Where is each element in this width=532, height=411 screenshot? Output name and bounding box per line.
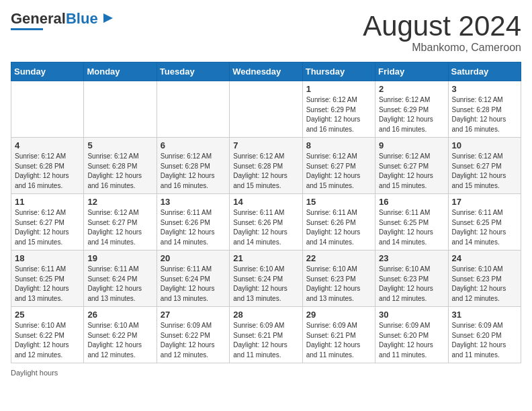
logo-blue: Blue	[66, 10, 98, 27]
day-info: Sunrise: 6:12 AM Sunset: 6:28 PM Dayligh…	[87, 152, 152, 191]
calendar-cell: 21Sunrise: 6:10 AM Sunset: 6:24 PM Dayli…	[230, 250, 302, 307]
calendar-day-header: Monday	[84, 62, 157, 81]
calendar-cell: 26Sunrise: 6:10 AM Sunset: 6:22 PM Dayli…	[84, 307, 157, 363]
day-info: Sunrise: 6:12 AM Sunset: 6:28 PM Dayligh…	[15, 152, 80, 191]
calendar-cell: 6Sunrise: 6:12 AM Sunset: 6:28 PM Daylig…	[157, 138, 229, 194]
calendar-day-header: Sunday	[11, 62, 84, 81]
subtitle: Mbankomo, Cameroon	[363, 42, 521, 54]
day-number: 10	[452, 140, 517, 150]
calendar-table: SundayMondayTuesdayWednesdayThursdayFrid…	[11, 62, 521, 363]
calendar-cell: 8Sunrise: 6:12 AM Sunset: 6:27 PM Daylig…	[302, 138, 375, 194]
day-number: 24	[452, 253, 517, 263]
page-header: GeneralBlue August 2024 Mbankomo, Camero…	[11, 11, 521, 54]
day-info: Sunrise: 6:09 AM Sunset: 6:20 PM Dayligh…	[379, 321, 444, 360]
logo-arrow-icon	[101, 11, 116, 26]
day-info: Sunrise: 6:10 AM Sunset: 6:22 PM Dayligh…	[15, 321, 80, 360]
calendar-cell: 27Sunrise: 6:09 AM Sunset: 6:22 PM Dayli…	[157, 307, 229, 363]
day-info: Sunrise: 6:11 AM Sunset: 6:25 PM Dayligh…	[15, 265, 80, 304]
day-info: Sunrise: 6:12 AM Sunset: 6:27 PM Dayligh…	[87, 208, 152, 247]
day-info: Sunrise: 6:11 AM Sunset: 6:25 PM Dayligh…	[379, 208, 444, 247]
day-number: 2	[379, 84, 444, 94]
calendar-cell: 29Sunrise: 6:09 AM Sunset: 6:21 PM Dayli…	[302, 307, 375, 363]
calendar-cell: 25Sunrise: 6:10 AM Sunset: 6:22 PM Dayli…	[11, 307, 84, 363]
day-number: 11	[15, 197, 80, 207]
calendar-week-row: 4Sunrise: 6:12 AM Sunset: 6:28 PM Daylig…	[11, 138, 521, 194]
day-info: Sunrise: 6:12 AM Sunset: 6:27 PM Dayligh…	[452, 152, 517, 191]
calendar-cell: 16Sunrise: 6:11 AM Sunset: 6:25 PM Dayli…	[375, 194, 448, 250]
day-number: 21	[233, 253, 298, 263]
day-number: 28	[233, 310, 298, 320]
calendar-cell: 30Sunrise: 6:09 AM Sunset: 6:20 PM Dayli…	[375, 307, 448, 363]
calendar-cell: 5Sunrise: 6:12 AM Sunset: 6:28 PM Daylig…	[84, 138, 157, 194]
day-number: 30	[379, 310, 444, 320]
day-info: Sunrise: 6:10 AM Sunset: 6:23 PM Dayligh…	[379, 265, 444, 304]
day-info: Sunrise: 6:09 AM Sunset: 6:21 PM Dayligh…	[233, 321, 298, 360]
calendar-cell: 11Sunrise: 6:12 AM Sunset: 6:27 PM Dayli…	[11, 194, 84, 250]
calendar-cell: 19Sunrise: 6:11 AM Sunset: 6:24 PM Dayli…	[84, 250, 157, 307]
logo-underline	[11, 28, 43, 30]
calendar-cell: 2Sunrise: 6:12 AM Sunset: 6:29 PM Daylig…	[375, 81, 448, 138]
day-number: 18	[15, 253, 80, 263]
calendar-cell: 13Sunrise: 6:11 AM Sunset: 6:26 PM Dayli…	[157, 194, 229, 250]
calendar-header-row: SundayMondayTuesdayWednesdayThursdayFrid…	[11, 62, 521, 81]
calendar-week-row: 25Sunrise: 6:10 AM Sunset: 6:22 PM Dayli…	[11, 307, 521, 363]
calendar-cell: 28Sunrise: 6:09 AM Sunset: 6:21 PM Dayli…	[230, 307, 302, 363]
day-info: Sunrise: 6:12 AM Sunset: 6:27 PM Dayligh…	[379, 152, 444, 191]
calendar-day-header: Tuesday	[157, 62, 229, 81]
calendar-week-row: 1Sunrise: 6:12 AM Sunset: 6:29 PM Daylig…	[11, 81, 521, 138]
day-info: Sunrise: 6:10 AM Sunset: 6:24 PM Dayligh…	[233, 265, 298, 304]
calendar-day-header: Saturday	[448, 62, 521, 81]
day-info: Sunrise: 6:12 AM Sunset: 6:27 PM Dayligh…	[15, 208, 80, 247]
calendar-cell: 14Sunrise: 6:11 AM Sunset: 6:26 PM Dayli…	[230, 194, 302, 250]
day-info: Sunrise: 6:11 AM Sunset: 6:26 PM Dayligh…	[161, 208, 226, 247]
day-info: Sunrise: 6:12 AM Sunset: 6:27 PM Dayligh…	[306, 152, 371, 191]
day-info: Sunrise: 6:11 AM Sunset: 6:24 PM Dayligh…	[87, 265, 152, 304]
logo: GeneralBlue	[11, 11, 116, 30]
calendar-day-header: Thursday	[302, 62, 375, 81]
calendar-cell: 20Sunrise: 6:11 AM Sunset: 6:24 PM Dayli…	[157, 250, 229, 307]
calendar-cell	[157, 81, 229, 138]
calendar-cell	[84, 81, 157, 138]
footer: Daylight hours	[11, 369, 521, 377]
calendar-cell: 3Sunrise: 6:12 AM Sunset: 6:28 PM Daylig…	[448, 81, 521, 138]
day-number: 19	[87, 253, 152, 263]
day-number: 6	[161, 140, 226, 150]
day-info: Sunrise: 6:09 AM Sunset: 6:22 PM Dayligh…	[161, 321, 226, 360]
day-number: 12	[87, 197, 152, 207]
day-info: Sunrise: 6:10 AM Sunset: 6:23 PM Dayligh…	[452, 265, 517, 304]
day-info: Sunrise: 6:12 AM Sunset: 6:29 PM Dayligh…	[379, 95, 444, 134]
calendar-week-row: 11Sunrise: 6:12 AM Sunset: 6:27 PM Dayli…	[11, 194, 521, 250]
day-number: 26	[87, 310, 152, 320]
main-title: August 2024	[363, 11, 521, 42]
calendar-day-header: Wednesday	[230, 62, 302, 81]
day-number: 16	[379, 197, 444, 207]
day-number: 27	[161, 310, 226, 320]
day-number: 23	[379, 253, 444, 263]
day-info: Sunrise: 6:10 AM Sunset: 6:22 PM Dayligh…	[87, 321, 152, 360]
day-info: Sunrise: 6:11 AM Sunset: 6:24 PM Dayligh…	[161, 265, 226, 304]
day-number: 7	[233, 140, 298, 150]
calendar-cell: 17Sunrise: 6:11 AM Sunset: 6:25 PM Dayli…	[448, 194, 521, 250]
calendar-cell	[230, 81, 302, 138]
day-info: Sunrise: 6:09 AM Sunset: 6:20 PM Dayligh…	[452, 321, 517, 360]
day-number: 29	[306, 310, 371, 320]
day-number: 13	[161, 197, 226, 207]
svg-marker-0	[103, 13, 113, 23]
day-info: Sunrise: 6:09 AM Sunset: 6:21 PM Dayligh…	[306, 321, 371, 360]
day-number: 22	[306, 253, 371, 263]
calendar-week-row: 18Sunrise: 6:11 AM Sunset: 6:25 PM Dayli…	[11, 250, 521, 307]
calendar-cell: 18Sunrise: 6:11 AM Sunset: 6:25 PM Dayli…	[11, 250, 84, 307]
day-number: 31	[452, 310, 517, 320]
calendar-cell: 10Sunrise: 6:12 AM Sunset: 6:27 PM Dayli…	[448, 138, 521, 194]
day-info: Sunrise: 6:12 AM Sunset: 6:28 PM Dayligh…	[233, 152, 298, 191]
day-number: 5	[87, 140, 152, 150]
day-number: 4	[15, 140, 80, 150]
day-info: Sunrise: 6:12 AM Sunset: 6:28 PM Dayligh…	[161, 152, 226, 191]
day-number: 1	[306, 84, 371, 94]
title-block: August 2024 Mbankomo, Cameroon	[363, 11, 521, 54]
day-info: Sunrise: 6:12 AM Sunset: 6:28 PM Dayligh…	[452, 95, 517, 134]
daylight-label: Daylight hours	[11, 369, 58, 377]
calendar-cell: 4Sunrise: 6:12 AM Sunset: 6:28 PM Daylig…	[11, 138, 84, 194]
calendar-cell: 15Sunrise: 6:11 AM Sunset: 6:26 PM Dayli…	[302, 194, 375, 250]
day-info: Sunrise: 6:11 AM Sunset: 6:25 PM Dayligh…	[452, 208, 517, 247]
